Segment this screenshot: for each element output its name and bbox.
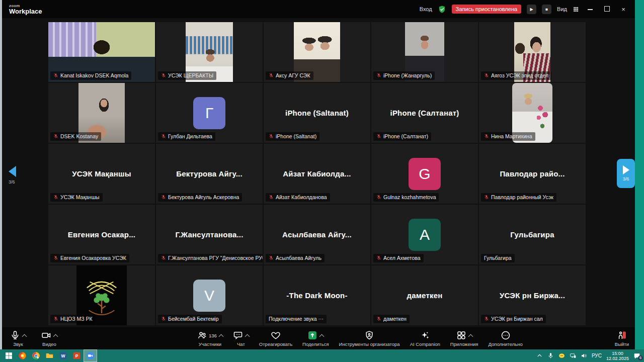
participant-nameplate: Павлодар районный Усэк xyxy=(481,193,556,202)
participant-tile[interactable]: AАсел Ахметова xyxy=(371,205,478,264)
toolbar-host-tools-button[interactable]: Инструменты организатора xyxy=(339,330,400,347)
taskbar-explorer-icon[interactable] xyxy=(43,349,56,362)
security-shield-check-icon[interactable] xyxy=(438,5,446,14)
participant-tile[interactable]: GGulnaz kozhahmetova xyxy=(371,144,478,204)
tray-hidden-icons-chevron[interactable] xyxy=(536,352,543,359)
participant-tile[interactable]: Аксу АГУ СЭК xyxy=(264,22,370,82)
participant-display-name: Евгения Осакар... xyxy=(64,230,139,239)
avatar-initial: A xyxy=(409,219,441,251)
participant-nameplate: даметкен xyxy=(373,315,410,323)
share-icon xyxy=(307,330,317,340)
chevron-up-icon[interactable] xyxy=(53,334,58,339)
close-button[interactable]: × xyxy=(618,6,629,13)
view-button[interactable]: Вид xyxy=(557,6,567,12)
chevron-up-icon[interactable] xyxy=(468,334,473,339)
participant-name-label: Евгения Осакаровка УСЭК xyxy=(60,255,126,261)
tray-speaker-icon[interactable] xyxy=(581,352,587,359)
participant-name-label: УСЭК Мақаншы xyxy=(60,194,100,200)
participant-tile[interactable]: VБейсембай Бектемір xyxy=(156,265,263,325)
taskbar-chrome-icon[interactable] xyxy=(29,349,43,362)
toolbar-more-button[interactable]: Дополнительно xyxy=(488,330,522,347)
participant-tile[interactable]: -The Dark Moon-Подключение звука ··· xyxy=(264,265,370,325)
participant-tile[interactable]: Аягоз УСЭК эпид отдел xyxy=(479,22,586,82)
toolbar-audio-button[interactable]: Звук xyxy=(10,330,26,347)
participant-tile[interactable]: НЦОЗ МЗ РК xyxy=(48,265,155,325)
chevron-up-icon[interactable] xyxy=(218,334,223,339)
gallery-view-grid-icon[interactable] xyxy=(573,6,579,13)
participant-tile[interactable]: Бектурова Айгу...Бектурова Айгуль Аскеро… xyxy=(156,144,263,204)
participant-tile[interactable]: Асылбаева Айгу...Асылбаева Айгуль xyxy=(264,205,370,264)
minimize-button[interactable] xyxy=(585,6,596,13)
chevron-up-icon[interactable] xyxy=(245,334,250,339)
heart-icon xyxy=(271,330,281,340)
participant-tile[interactable]: УСЭК МақаншыУСЭК Мақаншы xyxy=(48,144,155,204)
participant-tile[interactable]: iPhone (Saltanat)iPhone (Saltanat) xyxy=(264,83,370,143)
participant-tile[interactable]: УСЭК ЩЕРБАКТЫ xyxy=(156,22,263,82)
participant-tile[interactable]: ГульбагираГульбагира xyxy=(479,205,586,264)
toolbar-apps-button[interactable]: Приложения xyxy=(450,330,478,347)
previous-page-button[interactable]: 3/6 xyxy=(9,166,16,185)
toolbar-label: AI Companion xyxy=(410,341,440,347)
toolbar-label: Видео xyxy=(42,341,56,347)
participant-tile[interactable]: Г.Жансултанова...Г.Жансултанова РГУ "Ден… xyxy=(156,205,263,264)
toolbar-share-button[interactable]: Поделиться xyxy=(302,330,329,347)
participant-tile[interactable]: DSEK Kostanay xyxy=(48,83,155,143)
tray-language-indicator[interactable]: РУС xyxy=(592,353,602,358)
chevron-up-icon[interactable] xyxy=(319,334,325,339)
avatar-initial: G xyxy=(409,158,441,190)
maximize-button[interactable] xyxy=(601,6,612,13)
participant-tile[interactable]: Евгения Осакар...Евгения Осакаровка УСЭК xyxy=(48,205,155,264)
toolbar-video-button[interactable]: Видео xyxy=(41,330,57,347)
exit-icon xyxy=(617,330,627,340)
participant-name-label: iPhone (Saltanat) xyxy=(276,133,316,139)
shield-icon xyxy=(364,330,374,340)
tray-date: 12.02.2025 xyxy=(606,356,629,361)
notification-count-badge: 6 xyxy=(638,355,643,360)
tray-network-icon[interactable] xyxy=(570,352,576,359)
toolbar-chat-button[interactable]: Чат xyxy=(233,330,249,347)
participant-name-label: Гулбан Дильтаева xyxy=(168,133,212,139)
tray-notification-icon[interactable]: 6 xyxy=(633,352,640,359)
chevron-up-icon[interactable] xyxy=(22,334,27,339)
participant-name-label: Асел Ахметова xyxy=(383,255,421,261)
arrow-right-icon xyxy=(623,165,629,174)
participant-tile[interactable]: iPhone (Жанаргуль) xyxy=(371,22,478,82)
resume-recording-button[interactable]: ▶ xyxy=(527,5,536,14)
participant-nameplate: iPhone (Saltanat) xyxy=(266,132,319,141)
participant-display-name: iPhone (Салтанат) xyxy=(386,109,463,117)
participant-tile[interactable]: УСЭК рн Биржа...УСЭК рн Биржан сал xyxy=(479,265,586,325)
participant-nameplate: Гулбан Дильтаева xyxy=(158,132,215,141)
muted-mic-icon xyxy=(53,316,58,321)
participant-tile[interactable]: Kanat Iskakov DSEK Aqmola xyxy=(48,22,155,82)
tray-microphone-icon[interactable] xyxy=(547,352,554,359)
muted-mic-icon xyxy=(269,255,274,260)
taskbar-browser-icon[interactable] xyxy=(16,349,29,362)
participant-tile[interactable]: Павлодар райо...Павлодар районный Усэк xyxy=(479,144,586,204)
apps-icon xyxy=(456,330,466,340)
toolbar-react-button[interactable]: Отреагировать xyxy=(259,330,292,347)
participant-name-label: Асылбаева Айгуль xyxy=(276,255,321,261)
participant-tile[interactable]: даметкендаметкен xyxy=(371,265,478,325)
participant-tile[interactable]: ГГулбан Дильтаева xyxy=(156,83,263,143)
taskbar-start-icon[interactable] xyxy=(2,349,16,362)
participant-nameplate: Бектурова Айгуль Аскеровна xyxy=(158,193,242,202)
participant-tile[interactable]: Нина Мартихина xyxy=(479,83,586,143)
participant-tile[interactable]: Айзат Кабиолда...Айзат Кабиолданова xyxy=(264,144,370,204)
sparkle-icon xyxy=(420,330,430,340)
logo-workplace-text: Workplace xyxy=(9,8,42,15)
taskbar-powerpoint-icon[interactable]: P xyxy=(70,349,84,362)
participant-tile[interactable]: iPhone (Салтанат)iPhone (Салтанат) xyxy=(371,83,478,143)
next-page-button[interactable]: 3/6 xyxy=(617,159,635,188)
participant-display-name: Г.Жансултанова... xyxy=(171,230,247,239)
tray-clock[interactable]: 15:00 12.02.2025 xyxy=(606,351,629,361)
zoom-workplace-logo: zoom Workplace xyxy=(9,4,42,15)
participant-name-label: Подключение звука ··· xyxy=(269,316,324,322)
toolbar-leave-button[interactable]: Выйти xyxy=(615,330,629,347)
toolbar-participants-button[interactable]: 136Участники xyxy=(197,330,223,347)
tray-yellow-utility-icon[interactable] xyxy=(558,352,565,359)
taskbar-zoom-icon[interactable] xyxy=(84,349,97,362)
toolbar-ai-companion-button[interactable]: AI Companion xyxy=(410,330,440,347)
taskbar-word-icon[interactable]: W xyxy=(56,349,70,362)
sign-in-button[interactable]: Вход xyxy=(420,6,432,12)
stop-recording-button[interactable]: ■ xyxy=(542,5,551,14)
